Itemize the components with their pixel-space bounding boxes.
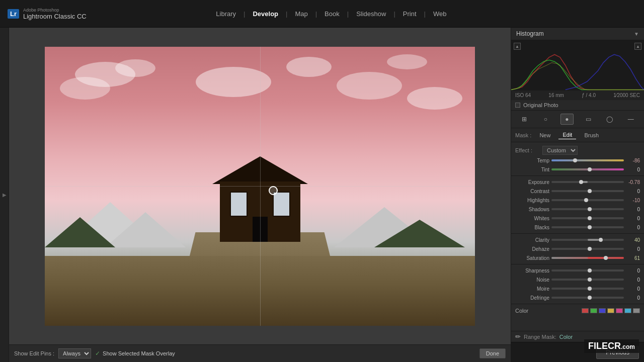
nav-library[interactable]: Library xyxy=(211,8,241,20)
divider-4 xyxy=(511,304,644,304)
contrast-thumb[interactable] xyxy=(588,189,592,193)
shadow-clipping-indicator[interactable]: ▲ xyxy=(634,43,641,50)
contrast-label: Contrast xyxy=(515,189,549,194)
mask-edit-button[interactable]: Edit xyxy=(558,131,576,139)
nav-slideshow[interactable]: Slideshow xyxy=(351,8,391,20)
mask-new-button[interactable]: New xyxy=(535,131,554,139)
saturation-thumb[interactable] xyxy=(604,256,608,260)
color-swatch-green[interactable] xyxy=(590,308,597,313)
nav-print[interactable]: Print xyxy=(398,8,422,20)
mask-overlay-toggle[interactable]: ✓ Show Selected Mask Overlay xyxy=(95,350,175,357)
tint-slider[interactable] xyxy=(551,168,624,170)
clarity-thumb[interactable] xyxy=(599,238,603,242)
defringe-thumb[interactable] xyxy=(588,296,592,300)
clarity-slider[interactable] xyxy=(551,239,624,241)
tint-thumb[interactable] xyxy=(588,167,592,171)
exposure-label: Exposure xyxy=(515,179,549,185)
temp-slider[interactable] xyxy=(551,159,624,161)
dehaze-row: Dehaze 0 xyxy=(511,244,644,253)
color-swatch-magenta[interactable] xyxy=(616,308,623,313)
divider-3 xyxy=(511,264,644,264)
tint-value: 0 xyxy=(626,167,640,172)
checkmark-icon: ✓ xyxy=(95,350,100,357)
noise-thumb[interactable] xyxy=(588,278,592,282)
shadows-thumb[interactable] xyxy=(588,207,592,211)
moire-thumb[interactable] xyxy=(588,287,592,291)
moire-slider[interactable] xyxy=(551,288,624,290)
color-swatch-cyan[interactable] xyxy=(624,308,631,313)
histogram-meta: ISO 64 16 mm ƒ / 4.0 1⁄2000 SEC xyxy=(511,90,644,100)
done-button[interactable]: Done xyxy=(479,348,506,358)
mask-control-point[interactable] xyxy=(269,186,278,195)
blacks-label: Blacks xyxy=(515,225,549,230)
sharpness-value: 0 xyxy=(626,268,640,274)
exposure-slider[interactable] xyxy=(551,181,624,183)
range-mask-icon[interactable]: ✏ xyxy=(515,333,521,340)
sharpness-row: Sharpness 0 xyxy=(511,266,644,275)
blacks-thumb[interactable] xyxy=(588,225,592,229)
main-area: ▶ xyxy=(0,28,644,362)
tool-circle[interactable]: ○ xyxy=(539,114,552,125)
tool-crop[interactable]: ◯ xyxy=(603,114,616,125)
tool-toning[interactable]: — xyxy=(624,114,637,125)
mountain-dark-1 xyxy=(45,217,115,247)
divider-2 xyxy=(511,233,644,234)
highlights-thumb[interactable] xyxy=(584,198,588,202)
sharpness-slider[interactable] xyxy=(551,269,624,272)
cloud-5 xyxy=(286,57,332,77)
cloud-2 xyxy=(115,59,155,77)
left-panel-toggle[interactable]: ▶ xyxy=(3,192,7,198)
app-name-area: Adobe Photoshop Lightroom Classic CC xyxy=(23,8,87,20)
iso-value: ISO 64 xyxy=(515,93,531,98)
saturation-slider[interactable] xyxy=(551,257,624,259)
aperture-value: ƒ / 4.0 xyxy=(582,93,596,98)
nav-web[interactable]: Web xyxy=(428,8,452,20)
color-label: Color xyxy=(515,308,528,314)
tool-grid[interactable]: ⊞ xyxy=(518,114,531,125)
original-photo-checkbox[interactable] xyxy=(515,103,520,108)
nav-menu: Library | Develop | Map | Book | Slidesh… xyxy=(211,8,451,20)
tool-rect[interactable]: ▭ xyxy=(582,114,595,125)
lr-badge: Lr xyxy=(8,9,19,19)
dehaze-thumb[interactable] xyxy=(588,247,592,251)
clarity-value: 40 xyxy=(626,237,640,243)
whites-thumb[interactable] xyxy=(588,216,592,220)
sat-fill xyxy=(588,257,604,259)
bottom-toolbar: Show Edit Pins : Always ✓ Show Selected … xyxy=(9,344,511,362)
temp-label: Temp xyxy=(515,158,549,163)
color-swatch-red[interactable] xyxy=(582,308,589,313)
shadows-slider[interactable] xyxy=(551,208,624,210)
left-panel: ▶ xyxy=(0,28,9,362)
color-swatch-blue[interactable] xyxy=(599,308,606,313)
edit-pins-area: Show Edit Pins : Always ✓ Show Selected … xyxy=(14,348,175,358)
sharpness-thumb[interactable] xyxy=(588,268,592,273)
effect-select[interactable]: Custom xyxy=(542,146,578,155)
color-swatch-yellow[interactable] xyxy=(607,308,614,313)
pins-select[interactable]: Always xyxy=(58,348,91,358)
blacks-slider[interactable] xyxy=(551,226,624,228)
temp-thumb[interactable] xyxy=(573,158,577,162)
nav-map[interactable]: Map xyxy=(290,8,312,20)
top-bar: Lr Adobe Photoshop Lightroom Classic CC … xyxy=(0,0,644,28)
noise-label: Noise xyxy=(515,277,549,283)
blacks-row: Blacks 0 xyxy=(511,223,644,232)
saturation-label: Saturation xyxy=(515,255,549,261)
color-swatch-neutral[interactable] xyxy=(633,308,640,313)
highlights-slider[interactable] xyxy=(551,199,624,201)
contrast-slider[interactable] xyxy=(551,190,624,192)
tool-spot[interactable]: ● xyxy=(560,114,574,125)
highlight-clipping-indicator[interactable]: ▲ xyxy=(514,43,521,50)
defringe-slider[interactable] xyxy=(551,297,624,299)
dehaze-slider[interactable] xyxy=(551,248,624,250)
range-mask-value[interactable]: Color xyxy=(559,334,573,340)
histogram-dropdown-icon[interactable]: ▼ xyxy=(634,31,639,37)
photo-frame xyxy=(45,47,475,326)
whites-slider[interactable] xyxy=(551,217,624,219)
mask-brush-button[interactable]: Brush xyxy=(580,131,603,139)
nav-develop[interactable]: Develop xyxy=(248,8,283,20)
previous-button[interactable]: Previous xyxy=(596,346,639,359)
histogram-area: ▲ ▲ xyxy=(511,40,644,90)
exposure-thumb[interactable] xyxy=(579,180,583,184)
nav-book[interactable]: Book xyxy=(319,8,345,20)
noise-slider[interactable] xyxy=(551,279,624,281)
